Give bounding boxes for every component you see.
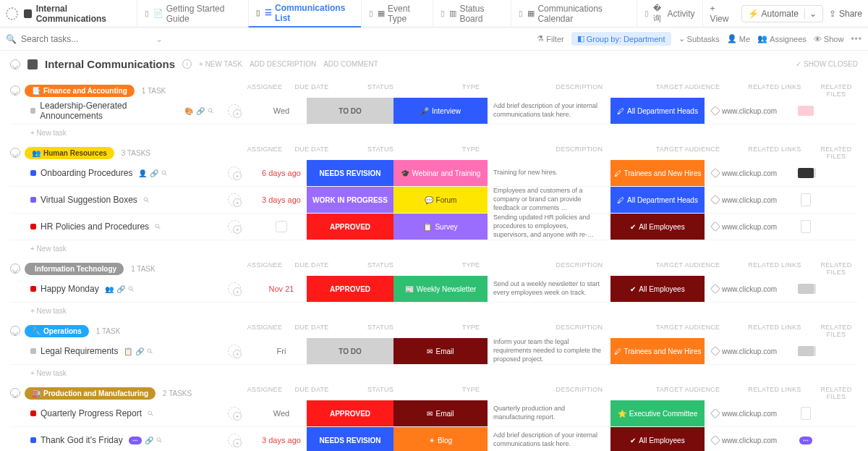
audience-cell[interactable]: ⭐Executive Committee <box>610 400 705 426</box>
assignee-cell[interactable] <box>213 282 256 295</box>
calendar-icon[interactable] <box>276 221 287 232</box>
due-date-cell[interactable]: Nov 21 <box>256 284 307 293</box>
type-cell[interactable]: ✉Email <box>393 338 488 364</box>
collapse-group-icon[interactable] <box>10 388 20 398</box>
info-icon[interactable]: i <box>182 59 192 69</box>
add-assignee-icon[interactable] <box>228 167 241 180</box>
file-thumbnail[interactable] <box>798 106 814 116</box>
add-assignee-icon[interactable] <box>228 220 241 233</box>
status-cell[interactable]: APPROVED <box>307 276 393 302</box>
file-thumbnail[interactable] <box>798 168 814 178</box>
type-cell[interactable]: 📋Survey <box>393 214 488 240</box>
link-cell[interactable]: www.clickup.com <box>705 437 784 444</box>
due-date-cell[interactable]: Wed <box>256 409 307 418</box>
group-pill[interactable]: 👥Human Resources <box>25 147 114 159</box>
type-cell[interactable]: 🎓Webinar and Training <box>393 160 488 186</box>
add-assignee-icon[interactable] <box>228 345 241 358</box>
tab-status-board[interactable]: ▯▥Status Board <box>433 0 511 28</box>
audience-cell[interactable]: 🖊Trainees and New Hires <box>610 338 705 364</box>
tab-activity[interactable]: ▯�询Activity <box>637 0 702 28</box>
collapse-group-icon[interactable] <box>10 326 20 336</box>
task-name[interactable]: Virtual Suggestion Boxes <box>41 195 137 205</box>
add-assignee-icon[interactable] <box>228 104 241 117</box>
tab-getting-started-guide[interactable]: ▯📄Getting Started Guide <box>137 0 248 28</box>
automate-button[interactable]: ⚡ Automate ⌄ <box>741 5 823 22</box>
link-cell[interactable]: www.clickup.com <box>705 285 784 293</box>
file-chip[interactable]: ⋯ <box>799 437 812 444</box>
task-name[interactable]: Legal Requirements <box>41 346 118 356</box>
assignee-cell[interactable] <box>213 167 256 180</box>
status-cell[interactable]: NEEDS REVISION <box>307 427 393 451</box>
add-assignee-icon[interactable] <box>228 282 241 295</box>
audience-cell[interactable]: 🖊Trainees and New Hires <box>610 160 705 186</box>
tab-communications-calendar[interactable]: ▯▦Communications Calendar <box>511 0 637 28</box>
add-description-button[interactable]: ADD DESCRIPTION <box>250 60 316 68</box>
group-pill[interactable]: 🔧Operations <box>25 325 89 337</box>
task-name[interactable]: Thank God it's Friday <box>41 435 123 445</box>
due-date-cell[interactable]: Wed <box>256 106 307 115</box>
filter-button[interactable]: ⚗Filter <box>537 34 563 43</box>
type-cell[interactable]: 💬Forum <box>393 187 488 213</box>
task-name[interactable]: Leadership-Generated Announcements <box>40 101 179 121</box>
group-pill[interactable]: 📑Finance and Accounting <box>25 85 135 97</box>
table-row[interactable]: Onboarding Procedures 👤🔗⚲ 6 days ago NEE… <box>10 160 858 187</box>
description-cell[interactable]: Add brief description of your internal c… <box>488 431 610 448</box>
file-doc-icon[interactable] <box>801 193 811 206</box>
file-thumbnail[interactable] <box>798 284 814 294</box>
chevron-down-icon[interactable]: ⌄ <box>156 34 163 44</box>
file-thumbnail[interactable] <box>798 346 814 356</box>
table-row[interactable]: Virtual Suggestion Boxes ⚲ 3 days ago WO… <box>10 187 858 214</box>
audience-cell[interactable]: 🖊All Department Heads <box>610 98 705 124</box>
assignee-cell[interactable] <box>213 193 256 206</box>
subtasks-button[interactable]: ⌄Subtasks <box>678 34 720 43</box>
status-cell[interactable]: APPROVED <box>307 400 393 426</box>
group-pill[interactable]: 🏭Production and Manufacturing <box>25 387 156 400</box>
status-cell[interactable]: WORK IN PROGRESS <box>307 187 393 213</box>
link-cell[interactable]: www.clickup.com <box>705 347 784 355</box>
table-row[interactable]: Quarterly Progress Report ⚲ Wed APPROVED… <box>10 400 858 427</box>
group-by-chip[interactable]: ◧Group by: Department <box>571 32 671 46</box>
collapse-group-icon[interactable] <box>10 264 20 274</box>
file-cell[interactable] <box>784 220 827 233</box>
due-date-cell[interactable]: 6 days ago <box>256 169 307 177</box>
type-cell[interactable]: 🎤Interview <box>393 98 488 124</box>
tab-communications-list[interactable]: ▯☰Communications List <box>248 0 361 28</box>
description-cell[interactable]: Quarterly production and manufacturing r… <box>488 405 610 421</box>
collapse-all-icon[interactable] <box>10 59 20 69</box>
new-task-button[interactable]: + New task <box>10 240 858 253</box>
me-button[interactable]: 👤Me <box>727 34 750 43</box>
collapse-group-icon[interactable] <box>10 148 20 158</box>
status-cell[interactable]: TO DO <box>307 98 393 124</box>
file-cell[interactable] <box>784 284 827 294</box>
type-cell[interactable]: 📰Weekly Newsletter <box>393 276 488 302</box>
add-assignee-icon[interactable] <box>228 193 241 206</box>
task-name[interactable]: Onboarding Procedures <box>41 168 132 178</box>
assignee-cell[interactable] <box>213 104 256 117</box>
audience-cell[interactable]: ✔All Employees <box>610 276 705 302</box>
collapse-group-icon[interactable] <box>10 85 20 96</box>
status-cell[interactable]: APPROVED <box>307 214 393 240</box>
assignee-cell[interactable] <box>213 345 256 358</box>
list-title[interactable]: Internal Communications <box>24 4 131 24</box>
link-cell[interactable]: www.clickup.com <box>705 196 784 204</box>
description-cell[interactable]: Training for new hires. <box>488 169 610 177</box>
group-pill[interactable]: Information Technology <box>25 263 124 275</box>
add-assignee-icon[interactable] <box>228 407 241 420</box>
link-cell[interactable]: www.clickup.com <box>705 410 784 418</box>
audience-cell[interactable]: ✔All Employees <box>610 427 705 451</box>
table-row[interactable]: Thank God it's Friday ⋯🔗⚲ 3 days ago NEE… <box>10 427 858 451</box>
chevron-down-icon[interactable]: ⌄ <box>804 9 817 19</box>
due-date-cell[interactable] <box>256 221 307 232</box>
audience-cell[interactable]: 🖊All Department Heads <box>610 187 705 213</box>
assignee-cell[interactable] <box>213 434 256 447</box>
add-view-button[interactable]: + View <box>702 0 741 28</box>
due-date-cell[interactable]: 3 days ago <box>256 195 307 204</box>
file-cell[interactable] <box>784 193 827 206</box>
table-row[interactable]: Happy Monday 👥🔗⚲ Nov 21 APPROVED 📰Weekly… <box>10 276 858 303</box>
description-cell[interactable]: Inform your team the legal requirements … <box>488 338 610 363</box>
description-cell[interactable]: Sending updated HR policies and procedur… <box>488 214 610 239</box>
file-cell[interactable] <box>784 168 827 178</box>
description-cell[interactable]: Add brief description of your internal c… <box>488 102 610 119</box>
share-button[interactable]: ⇪ Share <box>829 9 862 19</box>
new-task-button[interactable]: + New task <box>10 125 858 137</box>
